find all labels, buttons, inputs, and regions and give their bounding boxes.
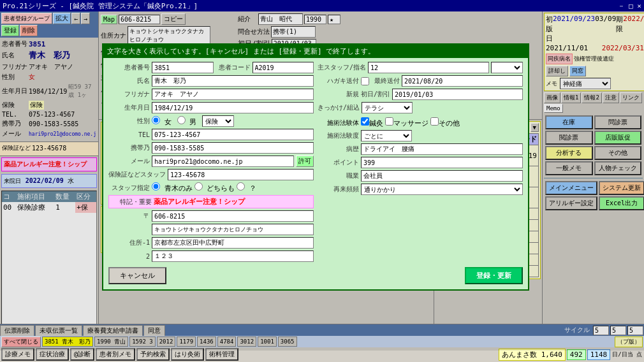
modal-birth-label: 生年月日 <box>108 103 150 112</box>
modal-name-label: 氏名 <box>108 76 150 85</box>
modal-postcard-label: ハガキ送付 <box>318 76 359 85</box>
modal-gender-label: 性別 <box>108 117 150 126</box>
modal-tel-input[interactable] <box>152 129 314 140</box>
modal-permit-btn[interactable]: 許可 <box>296 156 314 167</box>
modal-level-select[interactable]: ごとに <box>361 130 412 141</box>
modal-addr1-input[interactable] <box>152 237 314 249</box>
modal-email-input[interactable] <box>152 156 294 167</box>
gender-m-label: 男 <box>189 118 196 126</box>
modal-disease-input[interactable] <box>361 143 523 155</box>
modal-occasion-label: きっかけ/組込 <box>318 103 360 112</box>
gender-f-label: 女 <box>165 118 172 126</box>
modal-staff-select[interactable] <box>491 62 523 73</box>
modal-furigana-label: フリガナ <box>108 90 150 99</box>
modal-job-label: 職業 <box>318 171 359 180</box>
modal-email-label: メール <box>108 157 150 166</box>
modal-staff-opt2[interactable]: どちらも <box>194 182 235 193</box>
modal-disease-label: 病歴 <box>318 145 359 154</box>
window-controls[interactable]: － □ × <box>618 1 642 11</box>
law-harikyu[interactable]: 鍼灸 <box>361 117 383 128</box>
modal-num-input[interactable] <box>152 62 214 73</box>
modal-visit-select[interactable]: 通りかかり <box>361 184 523 195</box>
value-stat: 1148 <box>587 349 611 360</box>
modal-tel-label: TEL <box>108 131 150 138</box>
modal-first-disc-input[interactable] <box>392 89 523 100</box>
modal-zip-input[interactable] <box>152 210 314 222</box>
modal-dialog: 文字を大きく表示しています。[キャンセル] または [登録・更新] で終了します… <box>102 43 529 291</box>
title-bar: Pro.21シリーズ - [鍼灸院 管理システム「鍼灸Pro.21」] － □ … <box>0 0 644 11</box>
daily-label: 日/日当 点 <box>611 350 643 359</box>
modal-job-input[interactable] <box>361 170 523 182</box>
daily-stat-label: あんまさ数 <box>502 351 541 359</box>
modal-point-label: ポイント <box>318 158 359 167</box>
modal-staff-opt3[interactable]: ？ <box>237 182 256 193</box>
modal-special: 薬品アレルギー注意！シップ <box>154 197 245 206</box>
law-other[interactable]: その他 <box>430 117 460 128</box>
modal-footer: キャンセル 登録・更新 <box>108 267 523 284</box>
app-title: Pro.21シリーズ - [鍼灸院 管理システム「鍼灸Pro.21」] <box>3 1 198 11</box>
modal-title-bar: 文字を大きく表示しています。[キャンセル] または [登録・更新] で終了します… <box>103 45 528 58</box>
count-val: 492 <box>570 351 583 359</box>
modal-new-label: 新規 <box>318 90 359 99</box>
modal-addr2-input[interactable] <box>152 250 314 262</box>
modal-visit-label: 再来頻頻 <box>318 185 359 194</box>
modal-ins-label: 保険証などスタッフ <box>108 170 166 179</box>
modal-zip-label: 〒 <box>108 212 150 221</box>
modal-name-input[interactable] <box>152 75 314 87</box>
modal-gender-m[interactable]: 男 <box>177 116 197 127</box>
modal-staff-label: スタッフ指定 <box>108 184 150 192</box>
daily-stat-val: 1,640 <box>541 351 562 359</box>
modal-title: 文字を大きく表示しています。[キャンセル] または [登録・更新] で終了します… <box>107 47 375 56</box>
insurance-select[interactable]: 保険 <box>202 115 234 127</box>
modal-code-input[interactable] <box>252 62 314 73</box>
modal-postcard-check[interactable] <box>361 77 369 85</box>
cancel-button[interactable]: キャンセル <box>108 267 166 284</box>
modal-num-label: 患者番号 <box>108 63 150 72</box>
modal-mobile-label: 携帯乃 <box>108 143 150 152</box>
modal-furigana-input[interactable] <box>152 89 314 100</box>
modal-addr1-label: 住所-1 <box>108 238 150 247</box>
modal-zip-kana-input[interactable] <box>152 224 314 235</box>
count-stat: 492 <box>567 349 586 360</box>
modal-staff-assign-input[interactable] <box>368 62 489 73</box>
modal-mobile-input[interactable] <box>152 142 314 154</box>
modal-occasion-select[interactable]: テラシ <box>362 102 413 113</box>
modal-birth-input[interactable] <box>152 102 314 113</box>
modal-gender-f[interactable]: 女 <box>152 116 172 127</box>
modal-last-send-input[interactable] <box>402 75 523 87</box>
modal-first-disc-label: 初日/割引 <box>361 90 390 99</box>
law-massage[interactable]: マッサージ <box>385 117 428 128</box>
modal-special-label: 特記・重要 <box>110 198 152 206</box>
modal-ins-input[interactable] <box>168 169 314 180</box>
modal-staff-assign-label: 主スタッフ/指名 <box>318 63 366 72</box>
save-button[interactable]: 登録・更新 <box>465 267 523 284</box>
modal-law-check-label: 施術法験体 <box>318 119 359 127</box>
modal-point-input[interactable] <box>361 157 523 168</box>
modal-staff-opt1[interactable]: 青木のみ <box>152 182 193 193</box>
modal-overlay: 文字を大きく表示しています。[キャンセル] または [登録・更新] で終了します… <box>0 11 644 351</box>
value-val: 1148 <box>590 351 608 359</box>
modal-addr2-label: 2 <box>108 253 150 260</box>
modal-code-label: 患者コード <box>216 63 251 72</box>
modal-level-label: 施術法験度 <box>318 131 359 140</box>
modal-last-send-label: 最終送付 <box>371 76 400 85</box>
